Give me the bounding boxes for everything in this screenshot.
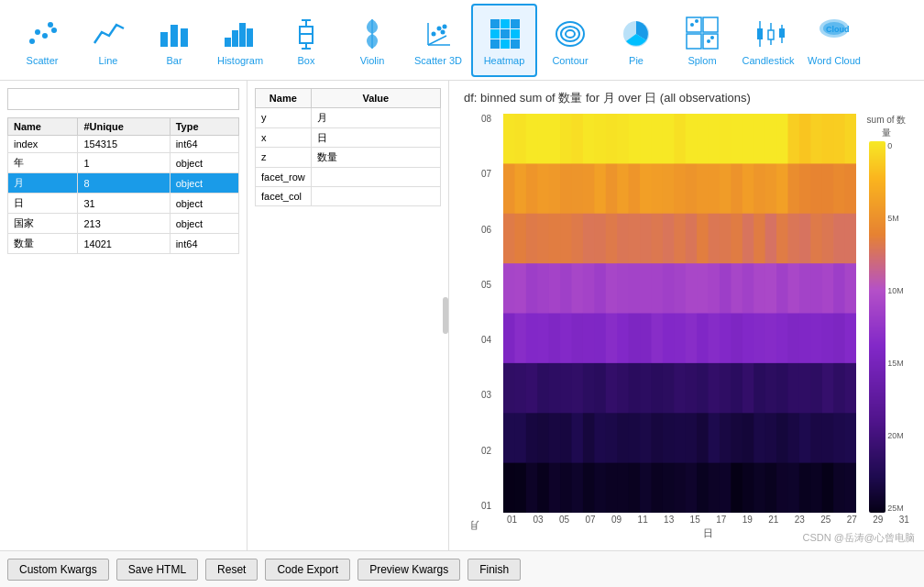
svg-point-1 — [35, 29, 40, 35]
finish-button[interactable]: Finish — [468, 559, 521, 581]
table-row[interactable]: 日31object — [8, 194, 239, 214]
y-tick: 03 — [481, 390, 500, 400]
col-unique: 14021 — [78, 234, 170, 254]
x-tick: 23 — [795, 515, 805, 525]
heatmap-area: 0102030405060708 sum of 数量 25M20M15M10M5… — [481, 114, 909, 513]
chart-type-pie[interactable]: Pie — [603, 4, 669, 77]
chart-type-line[interactable]: Line — [75, 4, 141, 77]
heatmap-canvas — [503, 114, 856, 513]
col-type: object — [170, 153, 238, 173]
svg-rect-6 — [170, 25, 178, 47]
line-icon — [90, 15, 126, 51]
chart-label: Line — [99, 55, 118, 66]
colorbar-right: 25M20M15M10M5M0 — [869, 141, 904, 513]
chart-type-histogram[interactable]: Histogram — [207, 4, 273, 77]
violin-icon — [354, 15, 390, 51]
chart-type-toolbar: ScatterLineBarHistogramBoxViolinScatter … — [0, 0, 924, 81]
x-tick: 31 — [899, 515, 909, 525]
chart-type-wordcloud[interactable]: CloudWord Cloud — [801, 4, 867, 77]
table-row[interactable]: 国家213object — [8, 214, 239, 234]
x-tick: 27 — [847, 515, 857, 525]
svg-rect-5 — [160, 32, 168, 47]
colorbar-label: 5M — [887, 214, 904, 223]
config-value-input[interactable] — [317, 113, 434, 124]
svg-rect-27 — [500, 19, 510, 28]
preview-kwargs-button[interactable]: Preview Kwargs — [358, 559, 460, 581]
col-unique: 1 — [78, 153, 170, 173]
svg-rect-30 — [500, 29, 510, 39]
y-tick: 08 — [481, 114, 500, 124]
col-type: object — [170, 214, 238, 234]
config-value[interactable] — [311, 108, 440, 128]
svg-rect-29 — [490, 29, 500, 39]
config-name: x — [256, 127, 312, 148]
custom-kwargs-button[interactable]: Custom Kwargs — [7, 559, 109, 581]
svg-rect-7 — [181, 28, 188, 47]
svg-point-24 — [432, 31, 436, 36]
config-col-value: Value — [311, 89, 440, 108]
search-input[interactable] — [7, 88, 239, 110]
chart-type-candlestick[interactable]: Candlestick — [735, 4, 801, 77]
colorbar: sum of 数量 25M20M15M10M5M0 — [864, 114, 909, 513]
code-export-button[interactable]: Code Export — [265, 559, 350, 581]
svg-point-3 — [48, 22, 53, 28]
x-tick: 21 — [768, 515, 778, 525]
bar-icon — [156, 15, 192, 51]
reset-button[interactable]: Reset — [205, 559, 258, 581]
heatmap-grid — [503, 114, 856, 513]
config-value[interactable] — [311, 167, 440, 186]
svg-point-37 — [566, 30, 575, 38]
table-row[interactable]: 年1object — [8, 153, 239, 173]
pie-icon — [618, 15, 654, 51]
save-html-button[interactable]: Save HTML — [116, 559, 198, 581]
drag-handle[interactable] — [443, 297, 448, 334]
config-value-input[interactable] — [317, 172, 434, 183]
svg-rect-32 — [490, 39, 500, 49]
x-tick: 17 — [716, 515, 726, 525]
col-name: 数量 — [8, 234, 78, 254]
x-tick: 05 — [559, 515, 569, 525]
watermark: CSDN @岳涛@心曾电脑 — [802, 531, 915, 545]
config-value-input[interactable] — [317, 152, 434, 163]
colorbar-label: 10M — [887, 286, 904, 295]
x-axis: 01030507091113151719212325272931 — [481, 513, 909, 525]
config-value[interactable] — [311, 148, 440, 168]
chart-type-splom[interactable]: Splom — [669, 4, 735, 77]
chart-type-heatmap[interactable]: Heatmap — [471, 4, 537, 77]
svg-rect-41 — [687, 34, 701, 49]
config-value[interactable] — [311, 186, 440, 205]
svg-line-21 — [428, 36, 446, 45]
histogram-icon — [222, 15, 258, 51]
svg-point-22 — [437, 26, 442, 30]
config-value-input[interactable] — [317, 132, 434, 143]
svg-rect-11 — [247, 28, 253, 47]
chart-label: Heatmap — [484, 55, 525, 66]
svg-point-25 — [443, 24, 447, 28]
splom-icon — [684, 15, 720, 51]
svg-point-44 — [695, 19, 698, 23]
y-tick: 05 — [481, 280, 500, 290]
svg-point-0 — [29, 39, 35, 44]
chart-type-scatter[interactable]: Scatter — [9, 4, 75, 77]
y-tick: 02 — [481, 446, 500, 456]
config-row: facet_row — [256, 167, 441, 186]
x-tick: 29 — [873, 515, 883, 525]
config-row: z — [256, 148, 441, 168]
chart-type-box[interactable]: Box — [273, 4, 339, 77]
chart-type-violin[interactable]: Violin — [339, 4, 405, 77]
config-value-input[interactable] — [317, 191, 434, 202]
table-row[interactable]: index154315int64 — [8, 136, 239, 153]
col-name: 日 — [8, 194, 78, 214]
chart-type-scatter3d[interactable]: Scatter 3D — [405, 4, 471, 77]
config-name: facet_row — [256, 167, 312, 186]
col-name: index — [8, 136, 78, 153]
chart-type-bar[interactable]: Bar — [141, 4, 207, 77]
chart-type-contour[interactable]: Contour — [537, 4, 603, 77]
svg-rect-50 — [768, 30, 774, 39]
config-value[interactable] — [311, 127, 440, 148]
table-row[interactable]: 月8object — [8, 173, 239, 194]
chart-label: Word Cloud — [808, 55, 861, 66]
colorbar-label: 25M — [887, 504, 904, 513]
table-row[interactable]: 数量14021int64 — [8, 234, 239, 254]
svg-rect-52 — [779, 28, 785, 38]
